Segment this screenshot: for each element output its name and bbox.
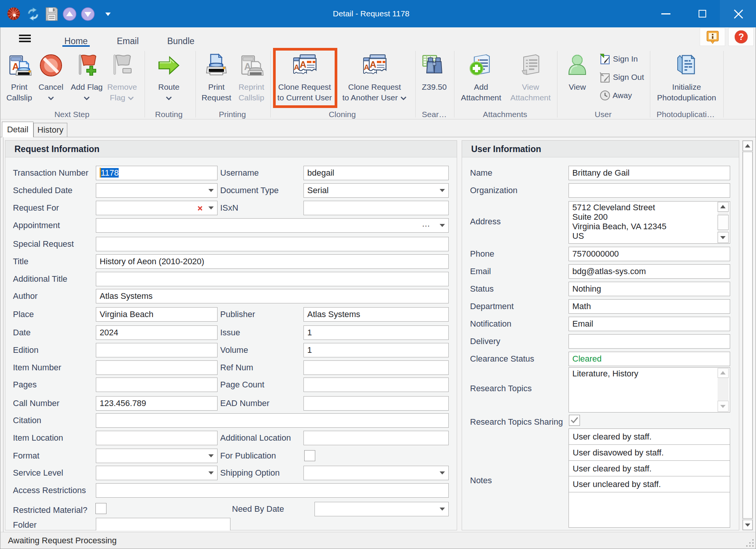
svg-text:?: ? [739, 32, 744, 42]
svg-text:A: A [364, 63, 369, 71]
svg-text:A: A [370, 59, 376, 70]
